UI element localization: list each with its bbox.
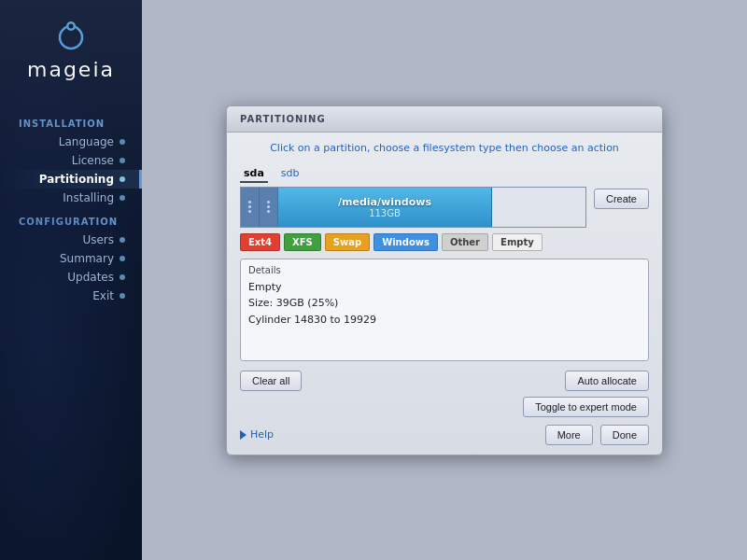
dialog-subtitle: Click on a partition, choose a filesyste… [227, 133, 662, 160]
sidebar-item-license[interactable]: License [0, 151, 142, 170]
legend-windows[interactable]: Windows [374, 233, 438, 251]
configuration-section-label: CONFIGURATION [19, 217, 118, 227]
dialog-body: sda sdb [227, 160, 662, 455]
sidebar-item-partitioning[interactable]: Partitioning [0, 170, 142, 189]
sidebar-item-dot [120, 139, 125, 145]
sidebar-item-dot [120, 274, 125, 280]
details-line3: Cylinder 14830 to 19929 [248, 312, 641, 329]
legend-xfs[interactable]: XFS [284, 233, 321, 251]
sidebar-item-summary[interactable]: Summary [0, 249, 142, 268]
bottom-row-1: Clear all Auto allocate [240, 371, 649, 391]
sidebar-item-label: Partitioning [0, 173, 114, 186]
logo: mageia [27, 17, 115, 81]
dot2 [248, 205, 251, 208]
sidebar-item-dot [120, 176, 125, 182]
help-link[interactable]: Help [240, 428, 274, 441]
sidebar-item-label: Summary [0, 252, 114, 265]
done-button[interactable]: Done [600, 425, 649, 445]
details-content: Empty Size: 39GB (25%) Cylinder 14830 to… [248, 279, 641, 329]
more-button[interactable]: More [545, 425, 593, 445]
windows-partition-size: 113GB [369, 208, 401, 218]
mageia-logo-icon [52, 17, 90, 54]
partition-and-create: /media/windows 113GB Create [240, 187, 649, 233]
partition-windows[interactable]: /media/windows 113GB [278, 188, 492, 227]
legend-empty[interactable]: Empty [492, 233, 543, 251]
sidebar-item-exit[interactable]: Exit [0, 287, 142, 305]
details-line1: Empty [248, 279, 641, 296]
sidebar-item-updates[interactable]: Updates [0, 268, 142, 287]
sidebar-item-users[interactable]: Users [0, 231, 142, 249]
sidebar: mageia INSTALLATION Language License Par… [0, 0, 142, 560]
disk-tab-sdb[interactable]: sdb [277, 165, 303, 183]
more-done-buttons: More Done [545, 425, 649, 445]
sidebar-item-dot [120, 158, 125, 163]
partition-empty[interactable] [492, 188, 585, 227]
sidebar-item-installing[interactable]: Installing [0, 189, 142, 207]
sidebar-item-dot [120, 237, 125, 243]
main-area: PARTITIONING Click on a partition, choos… [142, 0, 747, 560]
partition-bar-container: /media/windows 113GB [240, 187, 586, 233]
dialog-title: PARTITIONING [240, 114, 326, 124]
installation-section-label: INSTALLATION [19, 119, 105, 129]
partitioning-dialog: PARTITIONING Click on a partition, choos… [226, 105, 663, 455]
disk-tabs: sda sdb [240, 165, 649, 183]
dot1 [248, 201, 251, 203]
toggle-row: Toggle to expert mode [240, 397, 649, 417]
sidebar-item-label: Users [0, 233, 114, 246]
dot3 [267, 210, 270, 213]
auto-allocate-button[interactable]: Auto allocate [565, 371, 649, 391]
create-btn-container: Create [594, 187, 649, 209]
partition-bar: /media/windows 113GB [240, 187, 586, 228]
sidebar-item-label: Updates [0, 271, 114, 284]
help-label: Help [250, 428, 274, 441]
partition-sda-dots2[interactable] [260, 188, 278, 227]
sidebar-item-label: Exit [0, 289, 114, 302]
dot1 [267, 201, 270, 203]
sidebar-item-language[interactable]: Language [0, 133, 142, 151]
dot3 [248, 210, 251, 213]
sidebar-item-dot [120, 195, 125, 201]
help-triangle-icon [240, 430, 247, 440]
sidebar-item-dot [120, 293, 125, 299]
legend-other[interactable]: Other [442, 233, 488, 251]
details-line2: Size: 39GB (25%) [248, 295, 641, 312]
clear-all-button[interactable]: Clear all [240, 371, 302, 391]
details-group: Details Empty Size: 39GB (25%) Cylinder … [240, 259, 649, 361]
windows-partition-label: /media/windows [338, 196, 431, 208]
legend-swap[interactable]: Swap [325, 233, 370, 251]
disk-tab-sda[interactable]: sda [240, 165, 268, 183]
partition-sda-dots1[interactable] [241, 188, 260, 227]
dot2 [267, 205, 270, 208]
sidebar-item-label: Language [0, 135, 114, 148]
legend-ext4[interactable]: Ext4 [240, 233, 280, 251]
help-row: Help More Done [240, 425, 649, 445]
sidebar-item-label: Installing [0, 191, 114, 204]
create-button[interactable]: Create [594, 189, 649, 209]
dialog-title-bar: PARTITIONING [227, 106, 662, 133]
logo-text: mageia [27, 58, 115, 81]
details-label: Details [248, 265, 641, 275]
toggle-expert-button[interactable]: Toggle to expert mode [523, 397, 649, 417]
svg-point-2 [68, 24, 73, 29]
sidebar-item-label: License [0, 154, 114, 167]
partition-legend: Ext4 XFS Swap Windows Other Empty [240, 233, 649, 251]
sidebar-item-dot [120, 256, 125, 261]
